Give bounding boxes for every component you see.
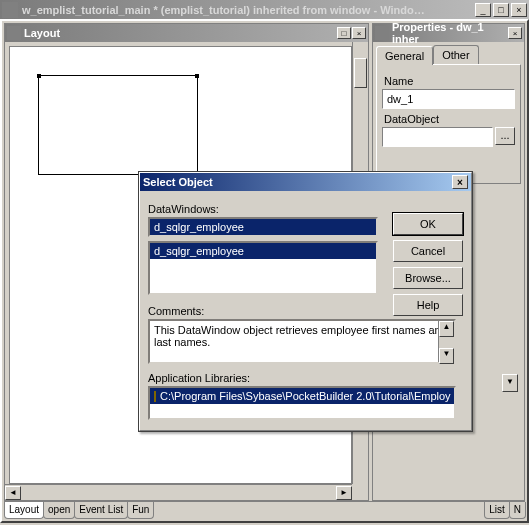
- library-path: C:\Program Files\Sybase\PocketBuilder 2.…: [160, 390, 451, 402]
- properties-close-button[interactable]: ×: [508, 27, 522, 39]
- window-icon: [2, 2, 18, 18]
- libraries-label: Application Libraries:: [148, 372, 463, 384]
- datawindows-list[interactable]: d_sqlgr_employee: [148, 241, 378, 295]
- close-button[interactable]: ×: [511, 3, 527, 17]
- layout-hscrollbar[interactable]: ◄ ►: [5, 484, 352, 500]
- scroll-left-icon[interactable]: ◄: [5, 486, 21, 500]
- layout-panel-title: Layout: [24, 27, 337, 39]
- scroll-right-icon[interactable]: ►: [336, 486, 352, 500]
- cancel-button[interactable]: Cancel: [393, 240, 463, 262]
- dialog-title: Select Object: [143, 176, 452, 188]
- layout-maximize-button[interactable]: □: [337, 27, 351, 39]
- properties-tabs: General Other: [376, 45, 521, 64]
- tab-other[interactable]: Other: [433, 45, 479, 64]
- bottom-tab-n[interactable]: N: [509, 502, 526, 519]
- scroll-thumb[interactable]: [354, 58, 367, 88]
- ok-button[interactable]: OK: [393, 213, 463, 235]
- properties-panel-titlebar: Properties - dw_1 inher ×: [373, 24, 524, 42]
- comments-box[interactable]: This DataWindow object retrieves employe…: [148, 319, 456, 364]
- select-object-dialog: Select Object × DataWindows: d_sqlgr_emp…: [138, 171, 473, 432]
- datawindows-label: DataWindows:: [148, 203, 378, 215]
- help-button[interactable]: Help: [393, 294, 463, 316]
- main-titlebar: w_emplist_tutorial_main * (emplist_tutor…: [0, 0, 529, 19]
- name-field[interactable]: [382, 89, 515, 109]
- dialog-titlebar[interactable]: Select Object ×: [140, 173, 471, 191]
- dialog-close-button[interactable]: ×: [452, 175, 468, 189]
- library-icon: [154, 391, 156, 402]
- tab-general[interactable]: General: [376, 46, 433, 65]
- bottom-tab-layout[interactable]: Layout: [4, 502, 44, 519]
- scroll-down-icon[interactable]: ▼: [439, 348, 454, 364]
- datawindow-control-rect[interactable]: [38, 75, 198, 175]
- properties-dropdown-arrow[interactable]: ▼: [502, 374, 520, 442]
- properties-icon: [375, 26, 389, 40]
- dataobject-browse-button[interactable]: ...: [495, 127, 515, 145]
- bottom-tab-open[interactable]: open: [43, 502, 75, 519]
- bottom-tab-eventlist[interactable]: Event List: [74, 502, 128, 519]
- list-item[interactable]: d_sqlgr_employee: [150, 243, 376, 259]
- layout-close-button[interactable]: ×: [352, 27, 366, 39]
- comments-scrollbar[interactable]: ▲ ▼: [438, 321, 454, 362]
- window-title: w_emplist_tutorial_main * (emplist_tutor…: [22, 4, 475, 16]
- dataobject-label: DataObject: [384, 113, 515, 125]
- maximize-button[interactable]: □: [493, 3, 509, 17]
- bottom-tab-list[interactable]: List: [484, 502, 510, 519]
- layout-icon: [7, 26, 21, 40]
- library-item[interactable]: C:\Program Files\Sybase\PocketBuilder 2.…: [150, 388, 454, 404]
- datawindows-input-value: d_sqlgr_employee: [150, 219, 376, 235]
- scroll-up-icon[interactable]: ▲: [439, 321, 454, 337]
- dataobject-field[interactable]: [382, 127, 493, 147]
- properties-tab-page: Name DataObject ...: [376, 64, 521, 184]
- name-label: Name: [384, 75, 515, 87]
- libraries-list[interactable]: C:\Program Files\Sybase\PocketBuilder 2.…: [148, 386, 456, 420]
- minimize-button[interactable]: _: [475, 3, 491, 17]
- browse-button[interactable]: Browse...: [393, 267, 463, 289]
- bottom-tab-fun[interactable]: Fun: [127, 502, 154, 519]
- chevron-down-icon[interactable]: ▼: [502, 374, 518, 392]
- layout-panel-titlebar: Layout □ ×: [5, 24, 368, 42]
- comments-text: This DataWindow object retrieves employe…: [154, 324, 447, 348]
- bottom-tab-bar: Layout open Event List Fun List N: [4, 501, 525, 519]
- datawindows-input[interactable]: d_sqlgr_employee: [148, 217, 378, 237]
